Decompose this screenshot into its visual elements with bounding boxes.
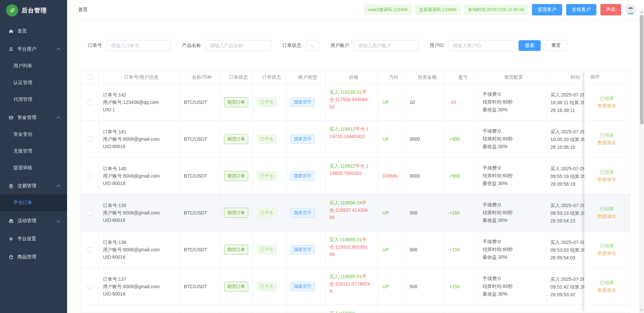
account-type-tag: 国家货币: [290, 208, 315, 217]
account-type-cell: 国家货币: [286, 84, 325, 120]
avatar[interactable]: [625, 4, 636, 15]
sidebar-item-1[interactable]: 平台用户: [0, 41, 67, 58]
header-button-2[interactable]: 声音: [600, 4, 621, 15]
chevron-up-icon: [56, 48, 60, 52]
sidebar-item-3[interactable]: 认证管理: [0, 74, 67, 91]
data-modify-action[interactable]: 数据修改: [598, 140, 616, 146]
row-checkbox[interactable]: [88, 247, 92, 252]
sidebar-menu: 首页平台用户用户列表认证管理代理管理资金管理资金变动充值管理提现审核交易管理平仓…: [0, 23, 67, 265]
scroll-down-icon[interactable]: ▼: [639, 308, 644, 312]
settled-action[interactable]: 已结算: [600, 280, 614, 286]
row-checkbox[interactable]: [88, 284, 92, 289]
pair-cell: BTC/USDT: [180, 194, 220, 231]
breadcrumb[interactable]: 首页: [78, 7, 88, 13]
sidebar-item-11[interactable]: 活动管理: [0, 212, 67, 229]
direction-cell: UP: [378, 194, 406, 231]
settled-action[interactable]: 已结算: [600, 206, 614, 212]
data-modify-action[interactable]: 数据修改: [598, 250, 616, 256]
account-type-tag: 国家货币: [290, 245, 315, 254]
futures-order-button[interactable]: 期货订单: [224, 281, 248, 292]
data-modify-action[interactable]: 数据修改: [598, 103, 616, 109]
settled-action[interactable]: 已结算: [600, 169, 614, 175]
fixed-action-column: 操作已结算数据修改已结算数据修改已结算数据修改已结算数据修改已结算数据修改已结算…: [584, 70, 630, 313]
position-status-cell: 已平仓: [253, 121, 286, 157]
settled-action[interactable]: 已结算: [600, 132, 614, 138]
data-modify-action[interactable]: 数据修改: [598, 177, 616, 183]
sidebar-item-label: 平仓订单: [13, 200, 32, 206]
sidebar-item-5[interactable]: 资金管理: [0, 109, 67, 126]
futures-config-cell: 手续费:0结算时间:60秒最收益:30%: [477, 121, 546, 157]
sidebar-item-2[interactable]: 用户列表: [0, 58, 67, 74]
pair-cell: BTC/USDT: [180, 121, 220, 157]
sidebar-item-label: 活动管理: [17, 218, 36, 224]
select-all-checkbox[interactable]: [88, 75, 92, 79]
closed-position-tag: 已平仓: [257, 245, 277, 254]
sidebar-item-12[interactable]: 平台设置: [0, 231, 67, 247]
search-button[interactable]: 搜索: [519, 40, 541, 51]
filter-input-3[interactable]: [354, 40, 418, 51]
pnl-cell: [445, 305, 477, 313]
futures-config-cell: 手续费:0结算时间:60秒最收益:30%: [477, 194, 546, 231]
column-header-1: 名称/币种: [180, 70, 220, 83]
reset-button[interactable]: 重置: [545, 40, 567, 51]
trade-icon: [8, 183, 14, 189]
order-status-select[interactable]: [306, 40, 319, 51]
row-checkbox-cell: [81, 84, 99, 120]
position-status-cell: 已平仓: [253, 231, 286, 268]
sidebar-item-8[interactable]: 提现审核: [0, 160, 67, 176]
table-row: 订单号:137用户账号:8008@gmail.comUID:60016BTC/U…: [81, 268, 630, 305]
filter-bar: 订单号产品名称订单状态用户账户用户ID搜索重置: [88, 40, 644, 51]
chevron-up-icon: [56, 185, 60, 188]
filter-input-1[interactable]: [206, 40, 271, 51]
data-modify-action[interactable]: 数据修改: [598, 213, 616, 220]
futures-order-button[interactable]: 期货订单: [224, 171, 248, 181]
row-checkbox[interactable]: [88, 100, 92, 105]
sidebar-item-label: 平台设置: [17, 236, 36, 242]
scroll-up-icon[interactable]: ▲: [639, 10, 644, 14]
action-cell: [584, 305, 630, 313]
row-checkbox-cell: [81, 121, 99, 157]
closed-position-tag: 已平仓: [257, 208, 277, 217]
filter-input-0[interactable]: [107, 40, 171, 51]
futures-order-button[interactable]: 期货订单: [224, 134, 248, 144]
home-icon: [8, 28, 14, 34]
table-row: 订单号:136买入:119381手续费:0买入:2025-07-28: [81, 305, 630, 313]
column-header-3: 订单状态: [253, 70, 286, 83]
position-status-cell: 已平仓: [253, 158, 286, 194]
sidebar-item-9[interactable]: 交易管理: [0, 178, 67, 194]
futures-order-button[interactable]: 期货订单: [224, 208, 248, 218]
gear-icon: [8, 236, 14, 242]
settled-action[interactable]: 已结算: [600, 243, 614, 249]
futures-order-button[interactable]: 期货订单: [224, 245, 248, 255]
header-buttons: 提现客户在线客户声音: [532, 4, 621, 15]
order-user-info-cell: 订单号:136: [99, 305, 180, 313]
order-user-info-cell: 订单号:142用户账号:123456@qq.comUID:1: [99, 84, 180, 120]
row-checkbox[interactable]: [88, 210, 92, 215]
row-checkbox[interactable]: [88, 137, 92, 141]
column-header-0: 订单号/用户信息: [99, 70, 180, 83]
sidebar-item-0[interactable]: 首页: [0, 23, 67, 40]
settled-action[interactable]: 已结算: [600, 96, 614, 102]
sidebar-item-6[interactable]: 资金变动: [0, 126, 67, 143]
price-cell: 买入:119381: [325, 305, 378, 313]
page-scrollbar[interactable]: ▲ ▼: [639, 10, 644, 313]
order-status-cell: 期货订单: [220, 268, 253, 305]
filter-input-4[interactable]: [448, 40, 514, 51]
header-badges: web3邀请码:123456交易邀请码:123456本地时间:2025/7/28…: [365, 5, 528, 15]
scrollbar-thumb[interactable]: [640, 15, 643, 124]
futures-order-button[interactable]: 期货订单: [224, 97, 248, 107]
sidebar-item-10[interactable]: 平仓订单: [0, 194, 67, 211]
data-modify-action[interactable]: 数据修改: [598, 287, 616, 293]
pnl-cell: +150: [445, 231, 477, 268]
header-button-1[interactable]: 在线客户: [566, 4, 596, 15]
sidebar-item-label: 交易管理: [17, 183, 36, 189]
header-button-0[interactable]: 提现客户: [532, 4, 562, 15]
sidebar-item-7[interactable]: 充值管理: [0, 143, 67, 160]
orders-table: 订单号/用户信息名称/币种订单状态订单状态账户类型价格方向投资金额盈亏期货配置时…: [80, 70, 630, 313]
row-checkbox[interactable]: [88, 174, 92, 178]
account-type-cell: 国家货币: [286, 231, 325, 268]
sidebar-item-13[interactable]: 商品管理: [0, 249, 67, 265]
order-status-cell: 期货订单: [220, 84, 253, 120]
futures-config-cell: 手续费:0结算时间:60秒最收益:30%: [477, 231, 546, 268]
sidebar-item-4[interactable]: 代理管理: [0, 91, 67, 108]
